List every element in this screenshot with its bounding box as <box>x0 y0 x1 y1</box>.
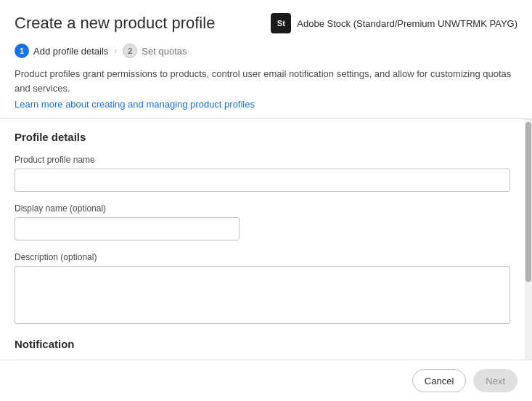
display-name-input[interactable] <box>15 217 240 240</box>
scrollbar[interactable] <box>525 119 532 360</box>
scrollbar-thumb <box>525 122 531 282</box>
info-section: Product profiles grant permissions to pr… <box>0 67 532 119</box>
description-field: Description (optional) <box>15 252 510 326</box>
dialog-footer: Cancel Next <box>0 360 532 401</box>
product-profile-name-label: Product profile name <box>15 155 510 165</box>
info-description: Product profiles grant permissions to pr… <box>15 67 517 95</box>
product-name: Adobe Stock (Standard/Premium UNWTRMK PA… <box>297 18 517 29</box>
description-textarea[interactable] <box>15 266 510 324</box>
step-1-circle: 1 <box>15 44 29 58</box>
product-profile-name-input[interactable] <box>15 169 510 192</box>
notification-title: Notification <box>15 338 510 350</box>
cancel-button[interactable]: Cancel <box>412 369 466 392</box>
product-profile-name-field: Product profile name <box>15 155 510 192</box>
step-1-label: Add profile details <box>33 46 108 57</box>
steps-bar: 1 Add profile details › 2 Set quotas <box>0 44 532 67</box>
content-area: Profile details Product profile name Dis… <box>0 119 532 360</box>
dialog-header: Create a new product profile St Adobe St… <box>0 0 532 44</box>
dialog-title: Create a new product profile <box>15 14 215 33</box>
product-icon: St <box>271 13 291 33</box>
create-product-profile-dialog: Create a new product profile St Adobe St… <box>0 0 532 401</box>
description-label: Description (optional) <box>15 252 510 262</box>
display-name-field: Display name (optional) <box>15 203 510 240</box>
next-button[interactable]: Next <box>473 369 517 392</box>
step-2: 2 Set quotas <box>123 44 187 58</box>
notification-row: Notify users by email ▼ <box>15 359 510 360</box>
notification-section: Notification Notify users by email ▼ <box>15 338 510 360</box>
step-2-circle: 2 <box>123 44 137 58</box>
scrollable-content: Profile details Product profile name Dis… <box>0 119 525 360</box>
step-1: 1 Add profile details <box>15 44 108 58</box>
step-separator: › <box>114 46 117 56</box>
info-link[interactable]: Learn more about creating and managing p… <box>15 99 255 110</box>
product-badge: St Adobe Stock (Standard/Premium UNWTRMK… <box>271 13 517 33</box>
step-2-label: Set quotas <box>142 46 187 57</box>
display-name-label: Display name (optional) <box>15 203 510 214</box>
profile-details-title: Profile details <box>15 131 510 143</box>
